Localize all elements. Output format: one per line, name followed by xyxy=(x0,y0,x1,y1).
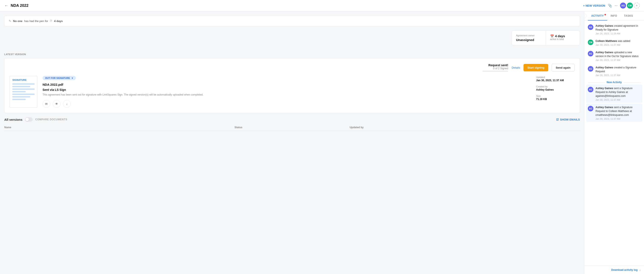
doc-line-3 xyxy=(12,88,34,90)
activity-content: Ashley Gaines uploaded a new version in … xyxy=(596,50,640,61)
owner-value: Unassigned xyxy=(516,38,542,42)
calendar-icon: 📅 xyxy=(550,34,554,38)
attach-icon[interactable]: 📎 xyxy=(608,4,612,8)
compare-docs-link[interactable]: COMPARE DOCUMENTS xyxy=(35,118,67,121)
email-action-button[interactable]: ✉ xyxy=(42,100,50,108)
details-link[interactable]: Details xyxy=(512,66,520,69)
activity-feed: AG Ashley Gaines created agreement in Re… xyxy=(584,20,644,266)
meta-created-label: Created by xyxy=(536,85,574,88)
start-signing-button[interactable]: Start signing xyxy=(524,64,548,72)
avatar: AG xyxy=(588,24,593,30)
doc-line-7 xyxy=(12,99,26,100)
meta-updated: Updated Jan 30, 2023, 11:37 AM xyxy=(536,76,574,82)
download-log-icon: ↓ xyxy=(639,268,640,272)
download-action-button[interactable]: ↓ xyxy=(63,100,71,108)
meta-size-label: Size xyxy=(536,95,574,97)
doc-line-2 xyxy=(12,86,30,87)
list-item: AG Ashley Gaines sent a Signature Reques… xyxy=(586,104,642,122)
right-panel: ‹ ACTIVITY INFO TASKS AG Ashley Gaines c… xyxy=(584,11,644,274)
activity-text: Ashley Gaines uploaded a new version in … xyxy=(596,50,640,58)
activity-content: Colleen Matthews was added Jan 30, 2023,… xyxy=(596,39,640,46)
clock-icon: ⏱ xyxy=(50,20,52,22)
activity-content: Ashley Gaines sent a Signature Request t… xyxy=(596,86,640,101)
avatar-group: AG CM + xyxy=(620,2,640,8)
versions-toggle[interactable] xyxy=(25,117,33,122)
tab-activity[interactable]: ACTIVITY xyxy=(588,11,607,20)
col-name: Name xyxy=(4,126,234,129)
tab-tasks[interactable]: TASKS xyxy=(620,11,636,20)
doc-details: OUT FOR SIGNATURE ▼ NDA 2022.pdf Sent vi… xyxy=(42,76,531,108)
doc-line-1 xyxy=(12,83,34,85)
doc-actions: ✉ 👁 ↓ xyxy=(42,100,531,108)
doc-content: SIGNATURE OUT FOR SIGNATURE ▼ xyxy=(10,76,574,108)
activity-timestamp: Jan 30, 2023, 11:37 AM xyxy=(596,59,640,61)
new-version-button[interactable]: + NEW VERSION xyxy=(583,4,605,7)
activity-timestamp: Jan 26, 2023, 11:29 AM xyxy=(596,32,640,35)
banner-days: 4 days xyxy=(54,20,62,23)
latest-version-label: LATEST VERSION xyxy=(4,53,580,56)
activity-timestamp: Jan 30, 2023, 11:37 AM xyxy=(596,74,640,76)
versions-table-header: Name Status Updated by xyxy=(4,124,580,131)
all-versions-title: All versions xyxy=(4,118,22,122)
top-header: ← NDA 2022 + NEW VERSION 📎 ··· AG CM + xyxy=(0,0,644,11)
avatar: AG xyxy=(588,87,593,92)
doc-description: This agreement has been sent out for sig… xyxy=(42,93,531,96)
show-emails-label: SHOW EMAILS xyxy=(560,118,580,121)
list-item: AG Ashley Gaines created a Signature Req… xyxy=(588,66,640,76)
activity-text: Ashley Gaines created agreement in Ready… xyxy=(596,24,640,32)
agreement-stats: Agreement owner Unassigned 📅 4 days acti… xyxy=(512,30,580,45)
activity-dot xyxy=(604,14,606,16)
collapse-panel-button[interactable]: ‹ xyxy=(584,14,586,18)
meta-size-value: 71.19 KB xyxy=(536,98,574,101)
doc-thumbnail: SIGNATURE xyxy=(10,76,38,108)
pen-icon: ✎ xyxy=(9,19,11,23)
doc-line-6 xyxy=(12,96,30,98)
back-button[interactable]: ← xyxy=(4,4,8,8)
page-title: NDA 2022 xyxy=(11,4,580,8)
request-info: Request sent! 0 of 2 Signed xyxy=(482,64,508,72)
all-versions-left: All versions COMPARE DOCUMENTS xyxy=(4,117,67,122)
meta-created-value: Ashley Gaines xyxy=(536,88,574,91)
show-emails-icon: ☑ xyxy=(556,118,559,121)
list-item: AG Ashley Gaines sent a Signature Reques… xyxy=(586,85,642,103)
meta-updated-label: Updated xyxy=(536,76,574,78)
header-actions: + NEW VERSION 📎 ··· AG CM + xyxy=(583,2,640,8)
version-card: Request sent! 0 of 2 Signed Details Star… xyxy=(4,58,580,113)
badge-text: OUT FOR SIGNATURE xyxy=(45,77,70,79)
col-updated-by: Updated by xyxy=(350,126,580,129)
activity-timestamp: Jan 30, 2023, 11:37 AM xyxy=(596,118,640,120)
doc-line-5 xyxy=(12,94,34,95)
doc-status-badge[interactable]: OUT FOR SIGNATURE ▼ xyxy=(42,76,76,80)
no-one-text: No one xyxy=(13,20,22,23)
activity-text: Ashley Gaines sent a Signature Request t… xyxy=(596,86,640,98)
toggle-knob xyxy=(26,118,29,121)
more-options-icon[interactable]: ··· xyxy=(615,4,618,8)
content-area: ✎ No one has had the pen for ⏱ 4 days Ag… xyxy=(0,11,584,274)
app-container: ← NDA 2022 + NEW VERSION 📎 ··· AG CM + ✎… xyxy=(0,0,644,274)
progress-bar xyxy=(482,71,508,72)
avatar: AG xyxy=(588,106,593,111)
activity-text: Ashley Gaines sent a Signature Request t… xyxy=(596,105,640,117)
download-log-label: Download activity log xyxy=(611,268,638,272)
send-again-button[interactable]: Send again xyxy=(552,64,574,72)
add-user-button[interactable]: + xyxy=(634,2,640,8)
view-action-button[interactable]: 👁 xyxy=(53,100,60,108)
days-label: active in total xyxy=(550,38,576,40)
owner-stat: Agreement owner Unassigned xyxy=(512,31,546,45)
show-emails-button[interactable]: ☑ SHOW EMAILS xyxy=(556,118,580,121)
avatar-ag[interactable]: AG xyxy=(620,2,626,8)
doc-filename: NDA 2022.pdf xyxy=(42,83,531,86)
days-value: 4 days xyxy=(555,34,565,38)
col-status: Status xyxy=(234,126,350,129)
request-sent-bar: Request sent! 0 of 2 Signed Details Star… xyxy=(10,64,574,72)
avatar: AG xyxy=(588,51,593,56)
tab-info[interactable]: INFO xyxy=(607,11,621,20)
banner-mid-text: has had the pen for xyxy=(24,20,48,23)
activity-content: Ashley Gaines created a Signature Reques… xyxy=(596,66,640,76)
avatar-cm[interactable]: CM xyxy=(627,2,633,8)
list-item: AG Ashley Gaines uploaded a new version … xyxy=(588,50,640,61)
days-stat: 📅 4 days active in total xyxy=(546,31,580,45)
download-log[interactable]: Download activity log ↓ xyxy=(584,266,644,274)
list-item: CM Colleen Matthews was added Jan 30, 20… xyxy=(588,39,640,46)
new-activity-divider: New Activity xyxy=(588,81,640,84)
